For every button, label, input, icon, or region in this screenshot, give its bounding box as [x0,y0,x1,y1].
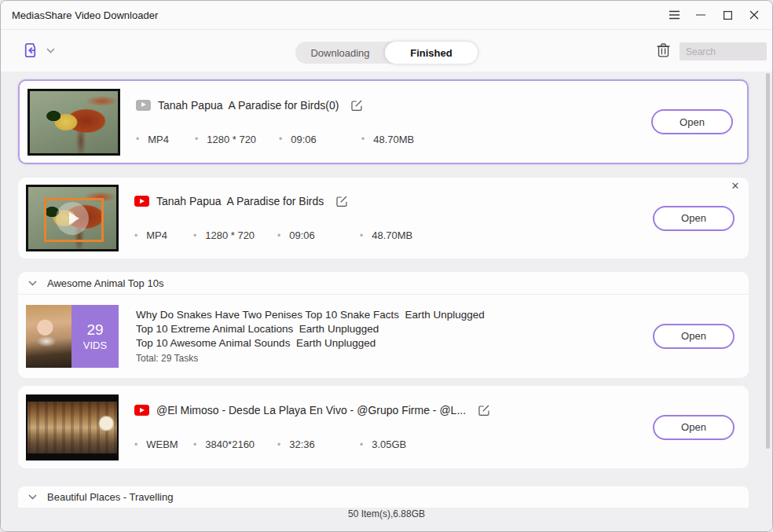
video-thumbnail[interactable] [26,185,119,251]
resolution-label: 3840*2160 [193,438,277,450]
tab-finished[interactable]: Finished [385,42,478,64]
filesize-label: 48.70MB [360,229,412,241]
rename-icon[interactable] [335,195,348,207]
window-controls [661,3,768,27]
toolbar: Downloading Finished [1,30,772,72]
scrollbar-thumb[interactable] [766,73,770,449]
chevron-down-icon [46,48,55,53]
finished-item-row[interactable]: @El Mimoso - Desde La Playa En Vivo - @G… [18,386,749,468]
open-button[interactable]: Open [653,324,735,349]
minimize-button[interactable] [687,3,714,27]
open-button[interactable]: Open [653,206,735,231]
items-summary: 50 Item(s),6.88GB [1,508,772,519]
duration-label: 32:36 [277,438,360,450]
search-input[interactable] [680,42,767,61]
video-title: Tanah Papua A Paradise for Birds(0) [158,99,339,112]
rename-icon[interactable] [478,404,490,416]
delete-all-button[interactable] [657,42,672,58]
format-label: MP4 [136,134,195,145]
playlist-count-badge: 29 VIDS [71,305,119,368]
close-button[interactable] [741,3,768,27]
video-title: @El Mimoso - Desde La Playa En Vivo - @G… [156,404,466,416]
tabbar: Downloading Finished [295,42,478,64]
section-title: Beautiful Places - Travelling [47,491,173,503]
resolution-label: 1280 * 720 [195,134,279,145]
play-icon[interactable] [56,202,89,235]
titlebar: MediasShare Video Downloader [1,1,772,30]
playlist-cover-image [26,305,71,368]
filesize-label: 48.70MB [361,134,414,145]
menu-icon[interactable] [661,3,687,27]
youtube-icon [134,196,149,207]
tab-downloading[interactable]: Downloading [295,47,385,59]
open-button[interactable]: Open [651,109,733,134]
download-list: Tanah Papua A Paradise for Birds(0) MP4 … [1,72,772,531]
duration-label: 09:06 [277,229,360,241]
playlist-row[interactable]: 29 VIDS Why Do Snakes Have Two Penises T… [18,295,749,377]
video-source-icon [136,100,151,111]
playlist-count: 29 [86,321,103,339]
youtube-icon [134,405,149,416]
playlist-total-tasks: Total: 29 Tasks [136,353,749,364]
duration-label: 09:06 [279,134,361,145]
collapse-chevron-icon [28,281,37,286]
video-title: Tanah Papua A Paradise for Birds [156,195,324,207]
remove-item-icon[interactable]: ✕ [729,179,742,192]
open-button[interactable]: Open [653,415,735,440]
filesize-label: 3.05GB [360,438,406,450]
rename-icon[interactable] [350,99,363,112]
collapse-chevron-icon [28,494,37,500]
section-header-animals[interactable]: Awesome Animal Top 10s [18,272,749,295]
maximize-button[interactable] [714,3,741,27]
format-label: MP4 [134,229,193,241]
finished-item-row[interactable]: Tanah Papua A Paradise for Birds MP4 128… [18,178,749,259]
finished-item-row[interactable]: Tanah Papua A Paradise for Birds(0) MP4 … [18,79,749,164]
playlist-thumbnail[interactable]: 29 VIDS [26,305,119,368]
section-title: Awesome Animal Top 10s [47,277,163,289]
app-window: MediasShare Video Downloader [0,0,773,532]
section-header-places[interactable]: Beautiful Places - Travelling [18,486,749,508]
playlist-group: Awesome Animal Top 10s 29 VIDS Why Do Sn… [18,272,749,378]
app-title: MediasShare Video Downloader [12,9,158,21]
format-label: WEBM [134,438,193,450]
resolution-label: 1280 * 720 [193,229,277,241]
import-file-icon [21,41,39,60]
playlist-video-title: Why Do Snakes Have Two Penises Top 10 Sn… [136,308,749,322]
video-thumbnail[interactable] [26,394,119,460]
scrollbar[interactable] [766,73,770,528]
import-video-button[interactable] [21,41,55,60]
video-thumbnail[interactable] [27,89,120,156]
playlist-count-label: VIDS [83,339,107,351]
